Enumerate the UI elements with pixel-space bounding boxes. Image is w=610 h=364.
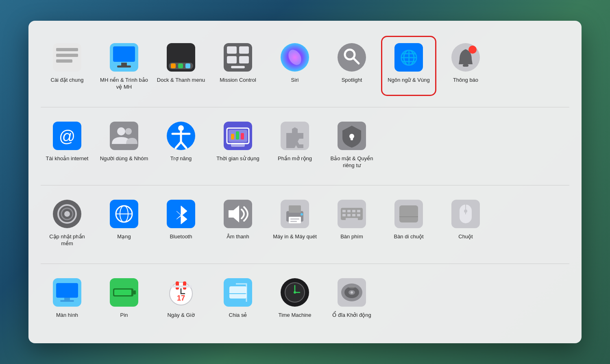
divider-1 bbox=[41, 107, 569, 107]
icon-label-bluetooth: Bluetooth bbox=[170, 233, 192, 240]
icon-label-ban-phim: Bàn phím bbox=[340, 233, 363, 240]
icon-item-tai-khoan[interactable]: @Tài khoản internet bbox=[41, 116, 94, 173]
icon-item-mang[interactable]: Mạng bbox=[98, 194, 150, 251]
icon-item-mh-nen[interactable]: MH nền & Trình bảo vệ MH bbox=[98, 37, 150, 95]
system-preferences-panel: Cài đặt chungMH nền & Trình bảo vệ MHDoc… bbox=[28, 21, 582, 343]
icon-label-ngon-ngu: Ngôn ngữ & Vùng bbox=[388, 77, 429, 84]
svg-rect-68 bbox=[290, 221, 297, 222]
icon-item-siri[interactable]: Siri bbox=[268, 37, 321, 95]
icon-item-am-thanh[interactable]: Âm thanh bbox=[211, 194, 264, 251]
svg-point-21 bbox=[338, 43, 366, 72]
icon-item-thoi-gian[interactable]: Thời gian sử dụng bbox=[211, 116, 264, 173]
icon-label-o-dia: Ổ đĩa Khởi động bbox=[332, 312, 371, 319]
svg-rect-75 bbox=[357, 210, 360, 212]
svg-rect-89 bbox=[56, 283, 78, 298]
icon-label-dock: Dock & Thanh menu bbox=[157, 77, 205, 84]
icon-label-time-machine: Time Machine bbox=[278, 312, 311, 319]
icon-item-bao-mat[interactable]: Bảo mật & Quyền riêng tư bbox=[325, 116, 378, 173]
svg-point-116 bbox=[349, 286, 355, 288]
svg-rect-17 bbox=[239, 56, 249, 63]
svg-point-28 bbox=[468, 46, 477, 54]
icon-label-siri: Siri bbox=[291, 77, 299, 84]
svg-rect-27 bbox=[463, 64, 468, 67]
svg-rect-6 bbox=[121, 63, 127, 66]
icon-item-chia-se[interactable]: Chia sẻ bbox=[211, 272, 264, 323]
icon-item-pin[interactable]: Pin bbox=[98, 272, 150, 323]
icon-item-spotlight[interactable]: Spotlight bbox=[325, 37, 378, 95]
icon-item-ban-di-chuot[interactable]: Bàn di chuột bbox=[382, 194, 435, 251]
icon-box-chuot bbox=[449, 198, 482, 230]
icon-box-nguoi-dung bbox=[108, 120, 140, 152]
icon-label-mission-control: Mission Control bbox=[220, 77, 256, 84]
svg-rect-90 bbox=[64, 298, 70, 300]
svg-point-69 bbox=[301, 213, 303, 216]
icon-box-ban-di-chuot bbox=[392, 198, 425, 230]
icon-box-tai-khoan: @ bbox=[51, 120, 83, 152]
icon-box-ban-phim bbox=[336, 198, 368, 230]
icon-box-ngon-ngu: 🌐 bbox=[392, 41, 425, 74]
icon-box-time-machine bbox=[279, 276, 311, 309]
svg-rect-43 bbox=[231, 143, 245, 147]
svg-rect-11 bbox=[178, 63, 183, 68]
svg-rect-44 bbox=[231, 134, 234, 139]
svg-text:🌐: 🌐 bbox=[400, 49, 418, 66]
icon-label-tai-khoan: Tài khoản internet bbox=[46, 155, 89, 162]
svg-rect-95 bbox=[114, 290, 131, 295]
icon-label-chia-se: Chia sẻ bbox=[229, 312, 247, 319]
icon-item-ngon-ngu[interactable]: 🌐Ngôn ngữ & Vùng bbox=[382, 37, 435, 95]
icon-item-may-in[interactable]: Máy in & Máy quét bbox=[268, 194, 321, 251]
icon-box-thong-bao bbox=[449, 41, 482, 74]
svg-rect-16 bbox=[227, 56, 237, 63]
icon-item-o-dia[interactable]: Ổ đĩa Khởi động bbox=[325, 272, 378, 323]
svg-rect-1 bbox=[56, 48, 78, 51]
svg-rect-78 bbox=[352, 214, 355, 216]
icon-box-mh-nen bbox=[108, 41, 140, 74]
icon-item-cai-dat-chung[interactable]: Cài đặt chung bbox=[41, 37, 94, 95]
icon-item-chuot[interactable]: Chuột bbox=[439, 194, 492, 251]
icon-box-spotlight bbox=[336, 41, 368, 74]
svg-rect-5 bbox=[113, 46, 135, 62]
svg-rect-18 bbox=[231, 66, 245, 68]
icon-label-spotlight: Spotlight bbox=[342, 77, 362, 84]
svg-rect-80 bbox=[346, 218, 358, 220]
svg-text:@: @ bbox=[59, 127, 76, 145]
icon-item-ngay-gio[interactable]: 17Ngày & Giờ bbox=[155, 272, 207, 323]
icon-item-tro-nang[interactable]: Trợ năng bbox=[155, 116, 207, 173]
icon-label-bao-mat: Bảo mật & Quyền riêng tư bbox=[327, 155, 376, 169]
icon-box-cap-nhat bbox=[51, 198, 83, 230]
icon-item-cap-nhat[interactable]: Cập nhật phần mềm bbox=[41, 194, 94, 251]
icon-label-thoi-gian: Thời gian sử dụng bbox=[216, 155, 259, 162]
icon-box-chia-se bbox=[222, 276, 254, 309]
icon-item-time-machine[interactable]: Time Machine bbox=[268, 272, 321, 323]
icon-item-man-hinh[interactable]: Màn hình bbox=[41, 272, 94, 323]
icon-item-mission-control[interactable]: Mission Control bbox=[211, 37, 264, 95]
svg-rect-67 bbox=[290, 218, 299, 220]
icon-item-thong-bao[interactable]: Thông báo bbox=[439, 37, 492, 95]
svg-point-55 bbox=[64, 211, 70, 217]
icon-item-dock[interactable]: Dock & Thanh menu bbox=[155, 37, 207, 95]
icon-box-bluetooth bbox=[165, 198, 197, 230]
svg-point-33 bbox=[125, 128, 132, 135]
icon-box-o-dia bbox=[336, 276, 368, 309]
icon-label-phan-mo-rong: Phần mở rộng bbox=[278, 155, 312, 162]
icon-item-bluetooth[interactable]: Bluetooth bbox=[155, 194, 207, 251]
icon-box-mission-control bbox=[222, 41, 254, 74]
icon-item-nguoi-dung[interactable]: Người dùng & Nhóm bbox=[98, 116, 150, 173]
icon-box-cai-dat-chung bbox=[51, 41, 83, 74]
icon-label-nguoi-dung: Người dùng & Nhóm bbox=[100, 155, 148, 162]
svg-point-35 bbox=[178, 125, 184, 131]
icon-box-phan-mo-rong bbox=[279, 120, 311, 152]
icon-label-may-in: Máy in & Máy quét bbox=[273, 233, 317, 240]
section-2: @Tài khoản internetNgười dùng & NhómTrợ … bbox=[41, 111, 569, 181]
svg-rect-12 bbox=[185, 63, 190, 68]
icon-item-phan-mo-rong[interactable]: Phần mở rộng bbox=[268, 116, 321, 173]
svg-point-32 bbox=[117, 127, 125, 135]
icon-box-siri bbox=[279, 41, 311, 74]
svg-point-115 bbox=[351, 291, 353, 294]
icon-item-ban-phim[interactable]: Bàn phím bbox=[325, 194, 378, 251]
icon-box-am-thanh bbox=[222, 198, 254, 230]
svg-rect-2 bbox=[56, 54, 78, 57]
icon-box-ngay-gio: 17 bbox=[165, 276, 197, 309]
icon-label-mh-nen: MH nền & Trình bảo vệ MH bbox=[100, 77, 148, 91]
divider-2 bbox=[41, 185, 569, 185]
